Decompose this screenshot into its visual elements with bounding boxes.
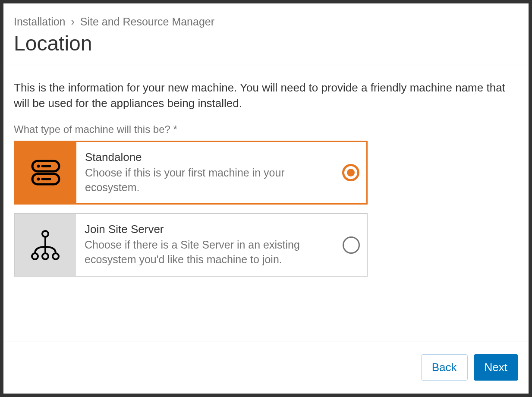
- svg-point-11: [53, 253, 59, 259]
- breadcrumb-separator: ›: [71, 16, 74, 28]
- svg-point-6: [42, 231, 48, 237]
- option-standalone-text: Standalone Choose if this is your first …: [85, 151, 335, 195]
- option-join-title: Join Site Server: [85, 223, 336, 236]
- breadcrumb-item-srm[interactable]: Site and Resource Manager: [80, 16, 214, 28]
- svg-point-9: [32, 253, 38, 259]
- svg-point-2: [37, 165, 40, 168]
- option-join-text: Join Site Server Choose if there is a Si…: [85, 223, 336, 267]
- svg-point-10: [42, 253, 48, 259]
- header: Installation › Site and Resource Manager…: [3, 3, 529, 64]
- option-standalone-icon-wrap: [15, 142, 76, 204]
- machine-type-question: What type of machine will this be? *: [14, 123, 518, 135]
- intro-text: This is the information for your new mac…: [14, 80, 518, 111]
- next-button[interactable]: Next: [474, 354, 518, 381]
- page-title: Location: [14, 32, 518, 55]
- option-join-body: Join Site Server Choose if there is a Si…: [76, 214, 367, 276]
- option-standalone-radio[interactable]: [342, 164, 359, 181]
- back-button[interactable]: Back: [421, 354, 468, 381]
- option-standalone-desc: Choose if this is your first machine in …: [85, 166, 335, 195]
- installer-window: Installation › Site and Resource Manager…: [3, 3, 529, 394]
- option-standalone-title: Standalone: [85, 151, 335, 164]
- content: This is the information for your new mac…: [3, 64, 529, 341]
- server-stack-icon: [31, 160, 60, 186]
- breadcrumb: Installation › Site and Resource Manager: [14, 16, 518, 28]
- svg-point-4: [37, 178, 40, 181]
- footer: Back Next: [3, 341, 529, 394]
- network-tree-icon: [31, 230, 60, 261]
- option-standalone-body: Standalone Choose if this is your first …: [76, 142, 366, 204]
- option-join-radio[interactable]: [343, 236, 360, 254]
- option-join-desc: Choose if there is a Site Server in an e…: [85, 238, 336, 267]
- option-join-site-server[interactable]: Join Site Server Choose if there is a Si…: [14, 213, 368, 277]
- option-join-icon-wrap: [15, 214, 76, 276]
- breadcrumb-item-installation[interactable]: Installation: [14, 16, 66, 28]
- option-standalone[interactable]: Standalone Choose if this is your first …: [14, 141, 368, 205]
